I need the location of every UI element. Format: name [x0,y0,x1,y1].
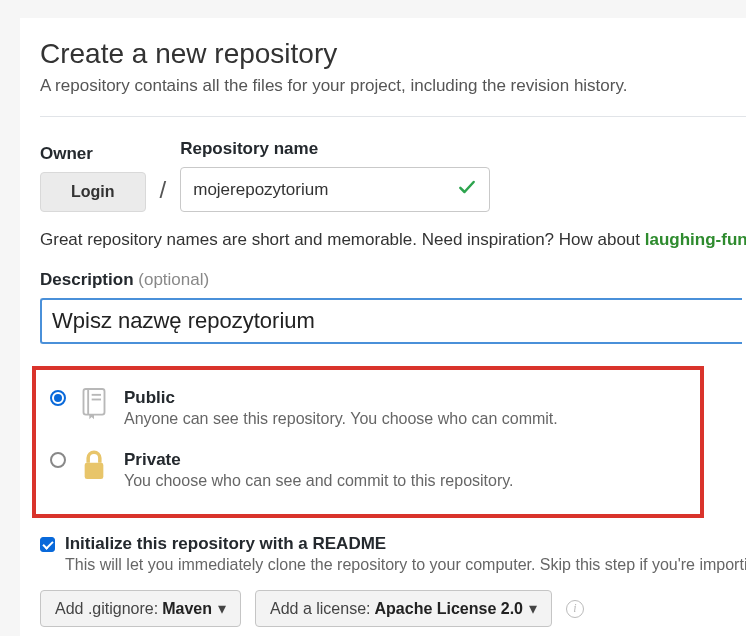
repo-name-value: mojerepozytorium [193,180,328,200]
readme-row[interactable]: Initialize this repository with a README… [40,534,746,574]
lock-icon [80,448,110,486]
owner-repo-row: Owner Login / Repository name mojerepozy… [40,139,746,212]
slash-separator: / [160,176,167,212]
description-label-text: Description [40,270,134,289]
readme-text: Initialize this repository with a README… [65,534,746,574]
radio-private[interactable] [50,452,66,468]
name-hint: Great repository names are short and mem… [40,230,746,250]
readme-title: Initialize this repository with a README [65,534,746,554]
visibility-public-option[interactable]: Public Anyone can see this repository. Y… [50,388,682,428]
visibility-private-option[interactable]: Private You choose who can see and commi… [50,450,682,490]
private-text: Private You choose who can see and commi… [124,450,514,490]
gitignore-dropdown[interactable]: Add .gitignore: Maven ▾ [40,590,241,627]
public-text: Public Anyone can see this repository. Y… [124,388,558,428]
private-title: Private [124,450,514,470]
dropdown-row: Add .gitignore: Maven ▾ Add a license: A… [40,590,746,627]
description-label: Description (optional) [40,270,746,290]
radio-public[interactable] [50,390,66,406]
owner-field: Owner Login [40,144,146,212]
suggested-name-link[interactable]: laughing-funicu [645,230,746,249]
description-input[interactable] [40,298,742,344]
private-sub: You choose who can see and commit to thi… [124,472,514,490]
gitignore-prefix: Add .gitignore: [55,600,158,618]
info-icon[interactable]: i [566,600,584,618]
check-icon [457,177,477,202]
page-subtitle: A repository contains all the files for … [40,76,746,96]
svg-rect-0 [84,389,105,415]
name-hint-text: Great repository names are short and mem… [40,230,645,249]
caret-down-icon: ▾ [529,599,537,618]
repo-name-field: Repository name mojerepozytorium [180,139,490,212]
license-value: Apache License 2.0 [375,600,524,618]
svg-marker-4 [89,415,94,420]
readme-checkbox[interactable] [40,537,55,552]
page-title: Create a new repository [40,38,746,70]
public-sub: Anyone can see this repository. You choo… [124,410,558,428]
description-optional: (optional) [138,270,209,289]
repo-icon [80,386,110,424]
license-dropdown[interactable]: Add a license: Apache License 2.0 ▾ [255,590,552,627]
gitignore-value: Maven [162,600,212,618]
readme-sub: This will let you immediately clone the … [65,556,746,574]
owner-label: Owner [40,144,146,164]
visibility-group: Public Anyone can see this repository. Y… [32,366,704,518]
owner-select[interactable]: Login [40,172,146,212]
public-title: Public [124,388,558,408]
divider [40,116,746,117]
caret-down-icon: ▾ [218,599,226,618]
license-prefix: Add a license: [270,600,371,618]
svg-rect-5 [85,463,104,479]
repo-name-input[interactable]: mojerepozytorium [180,167,490,212]
create-repo-card: Create a new repository A repository con… [20,18,746,636]
repo-name-label: Repository name [180,139,490,159]
